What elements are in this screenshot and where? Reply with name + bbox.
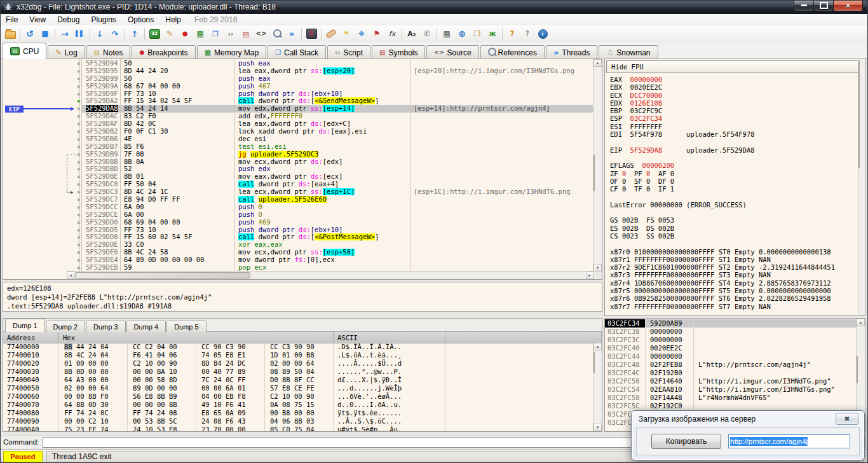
toolbar-bookmarks-button[interactable]: ⚑ — [369, 27, 384, 41]
scroll-down-icon[interactable]: ▼ — [593, 424, 602, 431]
register-line[interactable]: OF 0 SF 0 DF 0 — [610, 177, 857, 185]
register-line[interactable]: EAX 00000000 — [610, 76, 857, 83]
menu-item-options[interactable]: Options — [122, 15, 159, 25]
register-line[interactable]: LastError 00000000 (ERROR_SUCCESS) — [610, 201, 857, 209]
disasm-row[interactable]: ●5F529DB785 F6test esi,esi — [3, 143, 593, 151]
tab-script[interactable]: ‹›Script — [327, 45, 370, 59]
stack-row[interactable]: 03C2FC5402EAA810L"http://i.imgur.com/I3H… — [605, 385, 857, 394]
toolbar-char-a2-button[interactable]: A₂ — [404, 27, 419, 41]
dump-row[interactable]: 7740005002 00 00 6489 0D 00 0000 00 6A 0… — [3, 384, 593, 392]
register-line[interactable]: ES 002B DS 002B — [610, 225, 857, 232]
toolbar-step-out-button[interactable]: ↑ — [127, 27, 142, 41]
register-line[interactable]: x87r6 0B92582500000000FFFF ST6 Empty 2.0… — [610, 294, 857, 302]
toolbar-open-folder-button[interactable] — [3, 27, 18, 41]
toolbar-script-button[interactable]: ‹› — [223, 27, 238, 41]
disassembly-hscrollbar[interactable]: ◄ ► — [67, 271, 593, 279]
stack-row[interactable]: 03C2FC4802F2FEB8L"http://prntscr.com/agj… — [605, 361, 857, 369]
url-field[interactable]: http://prntscr.com/agjn4j — [728, 434, 850, 448]
dump-row[interactable]: 7740009000 00 C2 1000 53 8B 5C24 08 F6 4… — [3, 417, 593, 425]
register-line[interactable]: EDI 5F54F978 uploader.5F54F978 — [610, 130, 857, 138]
scroll-up-icon[interactable]: ▲ — [857, 319, 865, 326]
disasm-row[interactable]: ●5F529DD5FF 73 10push dword ptr ds:[ebx+… — [3, 226, 593, 234]
stack-row[interactable]: 03C2FC3800000000 — [605, 328, 857, 336]
toolbar-restart-button[interactable]: ↺ — [22, 27, 37, 41]
disasm-row[interactable]: ●5F529DB2F0 0F C1 30lock xadd dword ptr … — [3, 128, 593, 135]
disasm-row[interactable]: ●5F529D9950push eax — [3, 75, 593, 83]
disasm-row[interactable]: ●5F529DB64Edec esi — [3, 135, 593, 143]
stack-row[interactable]: 03C2FC5C02F192C0 — [605, 402, 857, 410]
disasm-row[interactable]: ●5F529DAF8D 42 0Clea eax,dword ptr ds:[e… — [3, 120, 593, 128]
toolbar-about-button[interactable]: i — [535, 27, 550, 41]
register-line[interactable]: EIP 5F529DA8 uploader.5F529DA8 — [610, 146, 857, 154]
disasm-row[interactable]: ●5F529DBE8B 01mov eax,dword ptr ds:[ecx] — [3, 173, 593, 181]
registers-vscrollbar[interactable] — [858, 59, 865, 315]
scroll-down-icon[interactable]: ▼ — [593, 264, 602, 272]
tab-threads[interactable]: »Threads — [546, 45, 597, 59]
stack-row[interactable]: 03C2FC400020EE2C — [605, 344, 857, 352]
dump-column-header-address[interactable]: Address — [3, 332, 59, 343]
toolbar-window-settings-button[interactable]: ❒ — [470, 27, 485, 41]
toolbar-source-button[interactable]: <> — [254, 27, 269, 41]
register-line[interactable]: x87r3 FFFFFFFF00000000FFFF ST3 Empty NAN — [610, 271, 857, 279]
disasm-row[interactable]: ●5F529DCE6A 00push 0 — [3, 211, 593, 219]
dump-tab-5[interactable]: Dump 5 — [166, 321, 207, 332]
tab-snowman[interactable]: ☃Snowman — [599, 45, 658, 59]
dump-tab-1[interactable]: Dump 1 — [5, 319, 45, 332]
tab-symbols[interactable]: ▤Symbols — [372, 45, 425, 59]
toolbar-log-button[interactable]: ✎ — [162, 27, 177, 41]
toolbar-stop-button[interactable]: ■ — [37, 27, 53, 41]
toolbar-breakpoint-button[interactable]: ● — [177, 27, 193, 41]
menu-item-file[interactable]: File — [0, 15, 24, 25]
register-line[interactable]: CF 0 TF 0 IF 1 — [610, 185, 857, 193]
toolbar-globe-button[interactable]: ⊕ — [454, 27, 470, 41]
stack-row[interactable]: 03C2FC3C00000000 — [605, 336, 857, 344]
disasm-row[interactable]: ●5F529DCC6A 00push 0 — [3, 204, 593, 211]
dump-tab-4[interactable]: Dump 4 — [126, 321, 166, 332]
register-line[interactable]: ESI FFFFFFFF — [610, 123, 857, 130]
register-line[interactable]: x87r1 FFFFFFFF00000000FFFF ST1 Empty NAN — [610, 256, 857, 263]
scroll-right-icon[interactable]: ► — [586, 272, 593, 279]
scroll-thumb[interactable] — [593, 352, 595, 373]
dump-row[interactable]: 774000008B 44 24 04CC C2 04 00CC 90 C3 9… — [3, 343, 593, 351]
dump-tab-2[interactable]: Dump 2 — [46, 321, 86, 332]
register-line[interactable] — [610, 193, 857, 200]
register-line[interactable]: x87r2 9DEF1C8601000000FFFF ST2 Empty -2.… — [610, 263, 857, 271]
tab-references[interactable]: References — [480, 45, 545, 59]
dump-vscrollbar[interactable]: ▲ ▼ — [593, 343, 602, 431]
tab-call-stack[interactable]: ❐Call Stack — [268, 45, 326, 59]
menu-item-plugins[interactable]: Plugins — [86, 15, 122, 25]
toolbar-help-faq-button[interactable]: ? — [505, 27, 520, 41]
register-line[interactable] — [610, 209, 857, 216]
disasm-row[interactable]: ●5F529D9FFF 73 10push dword ptr ds:[ebx+… — [3, 90, 593, 98]
disassembly-vscrollbar[interactable]: ▲ ▼ — [593, 59, 602, 272]
stack-row[interactable]: 03C2FC4C02F192B0 — [605, 369, 857, 377]
tab-cpu[interactable]: 32CPU — [3, 43, 46, 59]
toolbar-comments-button[interactable]: ❝ — [339, 27, 354, 41]
close-button[interactable]: × — [833, 0, 863, 11]
toolbar-callstack-button[interactable]: ❐ — [208, 27, 223, 41]
toolbar-snowman-button[interactable]: S — [304, 27, 319, 41]
disasm-row[interactable]: ●5F529DD068 69 04 00 00push 469 — [3, 219, 593, 226]
toolbar-run-button[interactable]: → — [57, 27, 72, 41]
dump-row[interactable]: 7740002001 00 00 00C2 10 00 908D 84 24 D… — [3, 359, 593, 368]
disasm-row[interactable]: ●5F529D9A68 67 04 00 00push 467 — [3, 83, 593, 90]
register-line[interactable]: ESP 03C2FC34 — [610, 114, 857, 122]
disasm-row[interactable]: ●5F529DD8FF 15 60 02 54 5Fcall dword ptr… — [3, 233, 593, 241]
disasm-row[interactable]: ●5F529DC7E8 94 D0 FF FFcall uploader.5F5… — [3, 196, 593, 204]
disasm-row[interactable]: ●5F529DA2FF 15 34 02 54 5Fcall dword ptr… — [3, 97, 593, 105]
disasm-row[interactable]: ●5F529DE08B 4C 24 58mov ecx,dword ptr ss… — [3, 249, 593, 256]
disasm-row[interactable]: ●5F529DDE33 C0xor eax,eax — [3, 241, 593, 249]
disasm-row[interactable]: ●5F529DBD52push edx — [3, 165, 593, 173]
register-line[interactable]: CS 0023 SS 002B — [610, 232, 857, 240]
register-line[interactable] — [610, 138, 857, 146]
tab-notes[interactable]: ▤Notes — [86, 45, 131, 59]
restore-button[interactable] — [813, 0, 834, 11]
register-line[interactable]: ECX DCC70000 — [610, 92, 857, 99]
copy-button[interactable]: Копировать — [651, 434, 721, 449]
dump-row[interactable]: 774000108B 4C 24 04F6 41 04 0674 05 E8 E… — [3, 351, 593, 359]
stack-row[interactable]: 03C2FC4400000000 — [605, 352, 857, 361]
menu-item-debug[interactable]: Debug — [51, 15, 85, 25]
register-line[interactable]: x87r0 0100000000000000FFFF ST0 Empty 0.0… — [610, 248, 857, 256]
toolbar-step-into-button[interactable]: ↓ — [92, 27, 107, 41]
disasm-row[interactable]: ●5F529DAC83 C2 F0add edx,FFFFFFF0 — [3, 113, 593, 120]
